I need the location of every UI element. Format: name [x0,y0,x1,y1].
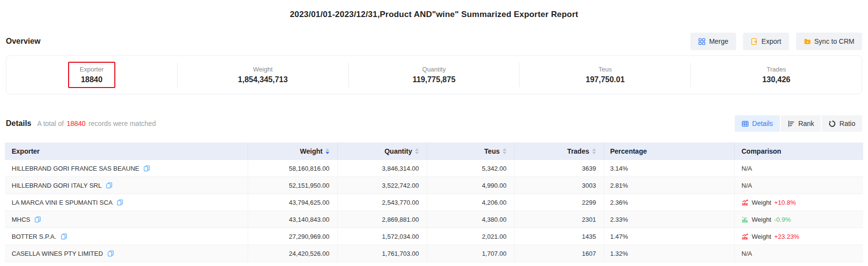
caret-down-icon [503,152,506,154]
stat-box: Quantity119,775,875 [401,62,467,88]
title-row: 2023/01/01-2023/12/31,Product AND"wine" … [0,0,868,19]
table-header: ExporterWeightQuantityTeusTradesPercenta… [5,142,863,160]
caret-down-icon [592,152,596,154]
cell-teus: 1,707.00 [427,245,515,262]
comparison-na: N/A [741,250,752,257]
overview-header-row: Overview Merge Export [0,32,868,51]
cell-percentage: 2.36% [604,194,735,211]
copy-button[interactable] [61,233,67,240]
percentage-value: 2.81% [610,182,628,189]
merge-button[interactable]: Merge [690,33,736,50]
exporter-name: BOTTER S.P.A. [12,233,56,240]
header-cell-quantity[interactable]: Quantity [338,142,427,160]
cell-trades: 2301 [515,211,604,228]
sort-carets [415,148,419,154]
copy-button[interactable] [108,250,114,257]
cell-quantity: 1,572,034.00 [338,228,427,245]
cell-trades: 2299 [515,194,604,211]
trend-down-icon [741,216,749,223]
header-cell-comparison: Comparison [735,142,863,160]
comparison-value: +10.8% [774,199,796,206]
tab-rank[interactable]: Rank [781,115,821,132]
copy-button[interactable] [106,182,112,189]
stat-value: 197,750.01 [586,75,625,84]
cell-quantity: 2,869,881.00 [338,211,427,228]
teus-value: 5,342.00 [482,165,506,172]
tab-details[interactable]: Details [735,115,780,132]
caret-up-icon [503,148,506,151]
trades-value: 3639 [582,165,596,172]
export-button[interactable]: Export [743,33,789,50]
quantity-value: 1,761,703.00 [382,250,419,257]
cell-percentage: 2.81% [604,177,735,194]
cell-percentage: 1.47% [604,228,735,245]
teus-value: 4,990.00 [482,182,506,189]
tab-ratio[interactable]: Ratio [822,115,862,132]
copy-button[interactable] [35,216,41,223]
copy-button[interactable] [117,199,123,206]
copy-icon [108,250,114,257]
cell-exporter: LA MARCA VINI E SPUMANTI SCA [5,194,248,211]
comparison-label: Weight [752,216,771,223]
comparison-na: N/A [741,165,752,172]
header-cell-trades[interactable]: Trades [515,142,604,160]
trend-up-icon [741,199,749,206]
sync-to-crm-button[interactable]: Sync to CRM [796,33,862,50]
comparison-na: N/A [741,182,752,189]
stat-label: Trades [767,66,786,73]
caret-up-icon [326,148,329,151]
cell-teus: 2,021.00 [427,228,515,245]
exporter-name: LA MARCA VINI E SPUMANTI SCA [12,199,112,206]
exporter-name: MHCS [12,216,30,223]
sort-carets [592,148,596,154]
trades-value: 1435 [582,233,596,240]
comparison-indicator: Weight-0.9% [741,216,791,223]
caret-down-icon [415,152,419,154]
percentage-value: 1.32% [610,250,628,257]
caret-down-icon [326,152,329,154]
stat-label: Weight [253,66,272,73]
cell-quantity: 3,846,314.00 [338,160,427,177]
cell-quantity: 2,543,770.00 [338,194,427,211]
trend-up-icon [741,233,749,240]
copy-icon [61,233,67,240]
stat-item-weight: Weight1,854,345,713 [177,63,348,87]
stat-value: 119,775,875 [413,75,455,84]
header-cell-teus[interactable]: Teus [427,142,515,160]
exporter-name: HILLEBRAND GORI FRANCE SAS BEAUNE [12,165,139,172]
cell-teus: 4,990.00 [427,177,515,194]
cell-comparison: N/A [735,245,863,262]
weight-value: 43,794,625.00 [289,199,329,206]
cell-weight: 52,151,950.00 [248,177,338,194]
header-label: Comparison [741,147,781,155]
weight-value: 52,151,950.00 [289,182,329,189]
table-row: CASELLA WINES PTY LIMITED 24,420,526.001… [5,245,863,262]
cell-trades: 1435 [515,228,604,245]
weight-value: 24,420,526.00 [289,250,329,257]
copy-button[interactable] [144,165,150,172]
comparison-label: Weight [752,233,771,240]
cell-weight: 24,420,526.00 [248,245,338,262]
merge-button-label: Merge [709,37,728,45]
cell-teus: 4,206.00 [427,194,515,211]
stat-value: 18840 [81,75,103,84]
cell-quantity: 3,522,742.00 [338,177,427,194]
details-left: Details A total of 18840 records were ma… [6,119,156,128]
header-cell-weight[interactable]: Weight [248,142,338,160]
exporter-highlight-box: Exporter18840 [68,62,115,88]
overview-card: Exporter18840Weight1,854,345,713Quantity… [6,55,862,94]
cell-trades: 3639 [515,160,604,177]
table-icon [741,120,749,127]
cell-teus: 5,342.00 [427,160,515,177]
header-cell-percentage: Percentage [604,142,735,160]
table-row: MHCS 43,140,843.002,869,881.004,380.0023… [5,211,863,228]
copy-icon [106,182,112,189]
cell-exporter: CASELLA WINES PTY LIMITED [5,245,248,262]
copy-icon [144,165,150,172]
header-label: Teus [484,147,500,155]
weight-value: 27,290,969.00 [289,233,329,240]
exporter-table: ExporterWeightQuantityTeusTradesPercenta… [5,142,863,262]
export-icon [751,38,758,45]
caret-up-icon [592,148,596,151]
overview-heading: Overview [6,37,40,46]
